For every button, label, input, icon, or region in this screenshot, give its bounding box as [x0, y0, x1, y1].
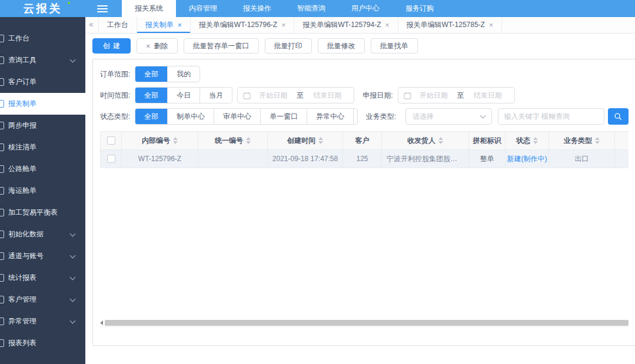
column-header-拼柜标识[interactable]: 拼柜标识 — [469, 132, 506, 150]
nav-item-报关操作[interactable]: 报关操作 — [230, 0, 284, 17]
sidebar-item-通道与账号[interactable]: 通道与账号 — [0, 245, 85, 267]
create-button[interactable]: 创建 — [92, 38, 131, 54]
sidebar-item-查询工具[interactable]: 查询工具 — [0, 49, 85, 71]
batch-save-window-button[interactable]: 批量暂存单一窗口 — [184, 38, 259, 54]
status-type-label: 状态类型: — [100, 112, 130, 122]
sort-desc-icon[interactable] — [438, 141, 443, 144]
menu-item-icon — [0, 231, 4, 238]
cell-统一编号 — [198, 150, 268, 168]
sort-asc-icon[interactable] — [533, 137, 538, 140]
status-type-option-全部[interactable]: 全部 — [135, 109, 167, 124]
nav-item-服务订购[interactable]: 服务订购 — [393, 0, 447, 17]
scroll-left-arrow-icon[interactable] — [100, 320, 103, 325]
date-to-label: 至 — [297, 91, 304, 101]
batch-print-button[interactable]: 批量打印 — [265, 38, 312, 54]
sort-asc-icon[interactable] — [318, 137, 323, 140]
batch-find-button[interactable]: 批量找单 — [371, 38, 418, 54]
column-header-监管方式[interactable]: 监管方式 — [615, 132, 629, 150]
sidebar-item-公路舱单[interactable]: 公路舱单 — [0, 158, 85, 180]
sidebar-item-海运舱单[interactable]: 海运舱单 — [0, 180, 85, 202]
order-scope-option-全部[interactable]: 全部 — [135, 66, 167, 82]
delete-button[interactable]: × 删除 — [137, 38, 178, 54]
column-header-收发货人[interactable]: 收发货人 — [382, 132, 469, 150]
sidebar-item-label: 通道与账号 — [8, 251, 44, 261]
nav-item-智能查询[interactable]: 智能查询 — [284, 0, 338, 17]
orders-table-wrap: 内部编号统一编号创建时间客户收发货人拼柜标识状态业务类型监管方式 WT-1257… — [100, 131, 629, 168]
sort-desc-icon[interactable] — [595, 141, 600, 144]
column-header-状态[interactable]: 状态 — [506, 132, 549, 150]
top-navbar: 云报关 报关系统内容管理报关操作智能查询用户中心服务订购 — [0, 0, 635, 17]
sort-desc-icon[interactable] — [246, 141, 251, 144]
horizontal-scrollbar-thumb[interactable] — [105, 320, 629, 326]
sort-asc-icon[interactable] — [438, 137, 443, 140]
order-scope-option-我的[interactable]: 我的 — [167, 66, 200, 82]
sort-asc-icon[interactable] — [595, 137, 600, 140]
batch-edit-button[interactable]: 批量修改 — [318, 38, 365, 54]
sidebar-item-报表列表[interactable]: 报表列表 — [0, 332, 85, 354]
sidebar-item-异常管理[interactable]: 异常管理 — [0, 310, 85, 332]
start-date-placeholder: 开始日期 — [413, 91, 455, 101]
collapse-menu-icon[interactable] — [97, 0, 108, 17]
tab-报关单编辑WT-125785-Z[interactable]: 报关单编辑WT-125785-Z× — [398, 17, 502, 33]
time-range-option-全部[interactable]: 全部 — [135, 88, 167, 103]
row-checkbox[interactable] — [107, 155, 115, 163]
business-type-select[interactable]: 请选择 — [405, 108, 491, 125]
time-range-option-今日[interactable]: 今日 — [167, 88, 200, 103]
sidebar-item-统计报表[interactable]: 统计报表 — [0, 267, 85, 289]
status-type-option-制单中心[interactable]: 制单中心 — [167, 109, 214, 124]
keyword-search-input[interactable] — [498, 108, 604, 125]
menu-item-icon — [0, 209, 4, 216]
sidebar-item-label: 异常管理 — [8, 316, 36, 326]
tab-报关单编辑WT-125794-Z[interactable]: 报关单编辑WT-125794-Z× — [294, 17, 397, 33]
column-header-内部编号[interactable]: 内部编号 — [122, 132, 198, 150]
app-logo-text: 云报关 — [24, 1, 62, 16]
sidebar-item-初始化数据[interactable]: 初始化数据 — [0, 223, 85, 245]
table-empty-area — [100, 168, 629, 319]
collapse-tabs-icon[interactable]: « — [85, 17, 98, 33]
sidebar-item-工作台[interactable]: 工作台 — [0, 28, 85, 49]
time-range-option-当月[interactable]: 当月 — [200, 88, 232, 103]
end-date-placeholder: 结束日期 — [467, 91, 509, 101]
column-header-业务类型[interactable]: 业务类型 — [549, 132, 615, 150]
sort-desc-icon[interactable] — [318, 141, 323, 144]
end-date-placeholder: 结束日期 — [306, 91, 348, 101]
sidebar-item-客户管理[interactable]: 客户管理 — [0, 289, 85, 310]
sidebar-item-label: 报表列表 — [8, 338, 36, 348]
sidebar-item-客户订单[interactable]: 客户订单 — [0, 71, 85, 93]
status-type-option-放行归档[interactable]: 放行归档 — [353, 109, 357, 124]
tab-close-icon[interactable]: × — [178, 21, 182, 29]
column-header-创建时间[interactable]: 创建时间 — [268, 132, 343, 150]
tab-close-icon[interactable]: × — [281, 21, 285, 29]
nav-item-内容管理[interactable]: 内容管理 — [176, 0, 230, 17]
create-date-range-picker[interactable]: 开始日期 至 结束日期 — [237, 87, 354, 103]
search-button[interactable] — [608, 108, 629, 125]
nav-item-报关系统[interactable]: 报关系统 — [122, 0, 176, 17]
column-header-客户[interactable]: 客户 — [343, 132, 382, 150]
status-type-option-审单中心[interactable]: 审单中心 — [214, 109, 260, 124]
sidebar-item-两步申报[interactable]: 两步申报 — [0, 115, 85, 136]
sidebar-item-核注清单[interactable]: 核注清单 — [0, 136, 85, 158]
column-header-统一编号[interactable]: 统一编号 — [198, 132, 268, 150]
table-row[interactable]: WT-125796-Z2021-09-18 17:47:58125宁波开利控股集… — [101, 150, 629, 168]
status-type-option-异常中心[interactable]: 异常中心 — [307, 109, 353, 124]
tab-报关单编辑WT-125796-Z[interactable]: 报关单编辑WT-125796-Z× — [190, 17, 294, 33]
sort-desc-icon[interactable] — [533, 141, 538, 144]
status-type-option-单一窗口[interactable]: 单一窗口 — [260, 109, 307, 124]
sort-desc-icon[interactable] — [173, 141, 178, 144]
sort-asc-icon[interactable] — [246, 137, 251, 140]
top-nav-menu: 报关系统内容管理报关操作智能查询用户中心服务订购 — [122, 0, 447, 17]
tab-报关制单[interactable]: 报关制单× — [137, 17, 190, 33]
tab-label: 报关制单 — [145, 20, 174, 30]
status-link[interactable]: 新建(制作中) — [507, 155, 547, 163]
declare-date-range-picker[interactable]: 开始日期 至 结束日期 — [398, 87, 515, 103]
select-all-checkbox[interactable] — [107, 136, 115, 145]
sort-icon — [533, 137, 538, 144]
tab-close-icon[interactable]: × — [489, 21, 493, 29]
tab-close-icon[interactable]: × — [385, 21, 390, 29]
tab-工作台[interactable]: 工作台 — [98, 17, 137, 33]
order-scope-segment: 全部我的 — [135, 66, 200, 82]
sidebar-item-报关制单[interactable]: 报关制单 — [0, 93, 85, 115]
sort-asc-icon[interactable] — [173, 137, 178, 140]
nav-item-用户中心[interactable]: 用户中心 — [338, 0, 393, 17]
sidebar-item-加工贸易平衡表[interactable]: 加工贸易平衡表 — [0, 202, 85, 223]
